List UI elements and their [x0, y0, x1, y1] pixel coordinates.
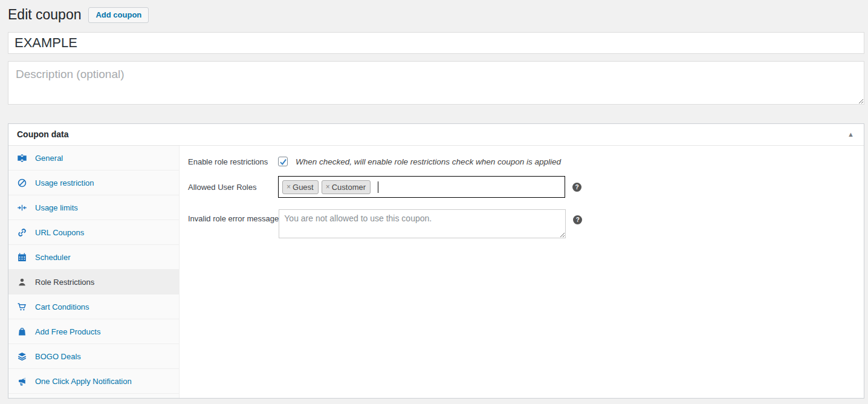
coupon-data-title: Coupon data	[8, 124, 77, 145]
bag-icon	[17, 327, 27, 337]
tab-scheduler: Scheduler	[8, 245, 179, 270]
tab-link-cart-conditions[interactable]: Cart Conditions	[8, 295, 179, 319]
title-field-wrapper	[8, 32, 864, 54]
cart-icon	[17, 302, 27, 312]
page-title: Edit coupon	[8, 6, 81, 24]
ban-icon	[17, 178, 27, 188]
tab-link-url-coupons[interactable]: URL Coupons	[8, 220, 179, 244]
text-cursor	[378, 181, 378, 193]
invalid-role-message-textarea[interactable]	[279, 209, 566, 238]
tab-link-one-click-apply-notification[interactable]: One Click Apply Notification	[8, 369, 179, 393]
tab-usage-restriction: Usage restriction	[8, 171, 179, 195]
invalid-role-message-row: Invalid role error message ?	[188, 209, 855, 238]
tab-link-general[interactable]: General	[8, 146, 179, 170]
link-icon	[17, 227, 27, 238]
stack-icon	[17, 351, 27, 362]
role-restrictions-panel: Enable role restrictions When checked, w…	[180, 146, 864, 398]
person-icon	[17, 277, 27, 287]
allowed-user-roles-label: Allowed User Roles	[188, 176, 278, 192]
enable-role-restrictions-row: Enable role restrictions When checked, w…	[188, 157, 855, 166]
tab-link-add-free-products[interactable]: Add Free Products	[8, 319, 179, 344]
role-tag: × Customer	[322, 180, 371, 194]
enable-role-restrictions-description: When checked, will enable role restricti…	[296, 157, 561, 166]
tab-link-usage-restriction[interactable]: Usage restriction	[8, 171, 179, 195]
checkmark-icon	[279, 158, 287, 166]
tab-bogo-deals: BOGO Deals	[8, 344, 179, 369]
coupon-title-input[interactable]	[8, 32, 864, 54]
remove-tag-icon[interactable]: ×	[326, 183, 330, 191]
allowed-user-roles-multiselect[interactable]: × Guest × Customer	[278, 176, 565, 198]
tab-cart-conditions: Cart Conditions	[8, 295, 179, 319]
coupon-data-header: Coupon data ▲	[8, 124, 864, 146]
tab-role-restrictions: Role Restrictions	[8, 270, 179, 295]
ticket-icon	[17, 153, 27, 163]
tab-link-bogo-deals[interactable]: BOGO Deals	[8, 344, 179, 368]
enable-role-restrictions-checkbox[interactable]	[278, 157, 288, 166]
enable-role-restrictions-label: Enable role restrictions	[188, 157, 278, 166]
edit-coupon-page: Edit coupon Add coupon Coupon data ▲ Gen…	[8, 0, 864, 399]
page-header: Edit coupon Add coupon	[8, 5, 864, 25]
invalid-role-message-label: Invalid role error message	[188, 209, 279, 223]
tab-url-coupons: URL Coupons	[8, 220, 179, 245]
tab-link-scheduler[interactable]: Scheduler	[8, 245, 179, 269]
remove-tag-icon[interactable]: ×	[287, 183, 291, 191]
tab-add-free-products: Add Free Products	[8, 319, 179, 344]
megaphone-icon	[17, 376, 27, 386]
coupon-tabs: General Usage restriction Usage limits U…	[8, 146, 180, 398]
role-tag: × Guest	[282, 180, 319, 194]
coupon-data-body: General Usage restriction Usage limits U…	[8, 146, 864, 398]
role-tags-container: × Guest × Customer	[282, 180, 374, 194]
limits-icon	[17, 203, 27, 213]
tab-link-usage-limits[interactable]: Usage limits	[8, 195, 179, 220]
coupon-data-metabox: Coupon data ▲ General Usage restriction …	[8, 123, 864, 399]
tab-usage-limits: Usage limits	[8, 195, 179, 220]
tab-link-role-restrictions[interactable]: Role Restrictions	[8, 270, 179, 294]
collapse-panel-icon[interactable]: ▲	[838, 131, 864, 138]
help-icon[interactable]: ?	[573, 215, 582, 224]
add-coupon-button[interactable]: Add coupon	[88, 7, 149, 24]
tab-general: General	[8, 146, 179, 171]
tab-one-click-apply-notification: One Click Apply Notification	[8, 369, 179, 394]
coupon-description-textarea[interactable]	[8, 61, 864, 105]
allowed-user-roles-row: Allowed User Roles × Guest × Customer ?	[188, 176, 855, 198]
help-icon[interactable]: ?	[572, 183, 581, 192]
calendar-icon	[17, 252, 27, 262]
